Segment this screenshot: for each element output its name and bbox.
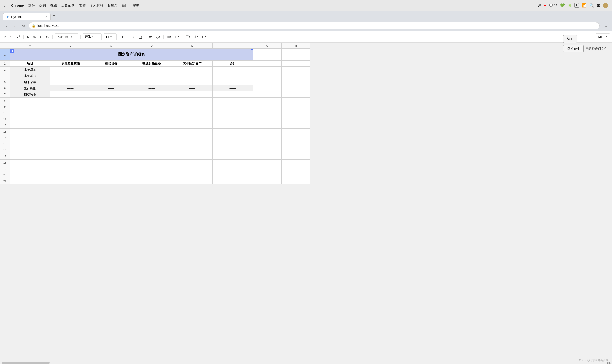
menu-window[interactable]: 窗口: [122, 3, 128, 8]
address-bar[interactable]: 🔒 localhost:8081: [29, 22, 599, 29]
choose-file-btn[interactable]: 选择文件: [563, 45, 584, 52]
col-header-e[interactable]: E: [172, 43, 212, 49]
font-color-btn[interactable]: A ▾: [147, 33, 154, 41]
font-size-dropdown[interactable]: 14 ▾: [103, 33, 117, 40]
row-num-8[interactable]: 8: [0, 98, 10, 104]
cell-4f[interactable]: [212, 73, 253, 79]
scroll-right-arrow[interactable]: ▶: [609, 361, 611, 364]
cell-3d[interactable]: [131, 67, 172, 73]
forward-btn[interactable]: ›: [12, 22, 18, 29]
row-num-1[interactable]: 1: [0, 49, 10, 61]
row-num-7[interactable]: 7: [0, 91, 10, 98]
cell-3e[interactable]: [172, 67, 212, 73]
cell-2d[interactable]: 交通运输设备: [131, 61, 172, 67]
cell-2a[interactable]: 项目: [10, 61, 50, 67]
cell-3b[interactable]: [50, 67, 91, 73]
cell-6b[interactable]: ——: [50, 85, 91, 91]
title-cell[interactable]: 6 固定资产详细表: [10, 49, 253, 61]
cell-4g[interactable]: [253, 73, 282, 79]
bold-btn[interactable]: B: [121, 33, 126, 41]
cell-7f[interactable]: [212, 91, 253, 98]
extensions-btn[interactable]: ⊕: [602, 22, 609, 29]
cell-6g[interactable]: [253, 85, 282, 91]
format-type-dropdown[interactable]: Plain text ▾: [55, 33, 79, 40]
cell-4a[interactable]: 本年减少: [10, 73, 50, 79]
cell-2e[interactable]: 其他固定资产: [172, 61, 212, 67]
cell-7a[interactable]: 期初数据: [10, 91, 50, 98]
new-tab-btn[interactable]: +: [53, 13, 55, 19]
cell-6c[interactable]: ——: [91, 85, 131, 91]
cell-6a[interactable]: 累计折旧: [10, 85, 50, 91]
undo-btn[interactable]: ↩: [2, 33, 8, 41]
cell-6f[interactable]: ——: [212, 85, 253, 91]
cell-1g[interactable]: [253, 49, 282, 61]
font-family-dropdown[interactable]: 宋体 ▾: [83, 33, 102, 40]
col-header-c[interactable]: C: [91, 43, 131, 49]
cell-6h[interactable]: [282, 85, 310, 91]
cell-5a[interactable]: 期末余额: [10, 79, 50, 85]
text-wrap-btn[interactable]: ↵ ▾: [200, 33, 207, 41]
row-num-5[interactable]: 5: [0, 79, 10, 85]
row-num-13[interactable]: 13: [0, 129, 10, 135]
row-num-11[interactable]: 11: [0, 116, 10, 122]
decimal-dec-btn[interactable]: .0: [38, 33, 43, 41]
merge-btn[interactable]: ⊡ ▾: [173, 33, 180, 41]
row-num-21[interactable]: 21: [0, 178, 10, 184]
cell-4h[interactable]: [282, 73, 310, 79]
row-num-16[interactable]: 16: [0, 147, 10, 153]
col-header-a[interactable]: A: [10, 43, 50, 49]
search-icon[interactable]: 🔍: [589, 3, 594, 8]
add-btn[interactable]: 添加: [563, 35, 577, 43]
menu-profile[interactable]: 个人资料: [90, 3, 103, 8]
row-num-15[interactable]: 15: [0, 141, 10, 147]
yuan-btn[interactable]: ¥: [26, 33, 30, 41]
menu-file[interactable]: 文件: [28, 3, 35, 8]
cell-2h[interactable]: [282, 61, 310, 67]
horizontal-scrollbar[interactable]: ◀ ▶: [0, 361, 612, 364]
row-num-10[interactable]: 10: [0, 110, 10, 116]
menu-bookmarks[interactable]: 书签: [79, 3, 86, 8]
cell-4e[interactable]: [172, 73, 212, 79]
cell-3c[interactable]: [91, 67, 131, 73]
menu-help[interactable]: 帮助: [133, 3, 139, 8]
row-num-20[interactable]: 20: [0, 172, 10, 178]
cell-6d[interactable]: ——: [131, 85, 172, 91]
format-painter-btn[interactable]: 🖌: [15, 33, 21, 41]
row-num-3[interactable]: 3: [0, 67, 10, 73]
cell-6e[interactable]: ——: [172, 85, 212, 91]
cell-4d[interactable]: [131, 73, 172, 79]
cell-2f[interactable]: 合计: [212, 61, 253, 67]
italic-btn[interactable]: I: [127, 33, 131, 41]
cell-3f[interactable]: [212, 67, 253, 73]
row-num-19[interactable]: 19: [0, 166, 10, 172]
cell-5e[interactable]: [172, 79, 212, 85]
cell-7d[interactable]: [131, 91, 172, 98]
cell-7g[interactable]: [253, 91, 282, 98]
cell-7h[interactable]: [282, 91, 310, 98]
col-header-f[interactable]: F: [212, 43, 253, 49]
col-header-h[interactable]: H: [282, 43, 310, 49]
cell-4b[interactable]: [50, 73, 91, 79]
row-num-6[interactable]: 6: [0, 85, 10, 91]
row-num-17[interactable]: 17: [0, 153, 10, 160]
cell-2b[interactable]: 房屋及建筑物: [50, 61, 91, 67]
col-header-d[interactable]: D: [131, 43, 172, 49]
cell-7b[interactable]: [50, 91, 91, 98]
redo-btn[interactable]: ↪: [9, 33, 14, 41]
cell-5c[interactable]: [91, 79, 131, 85]
reload-btn[interactable]: ↻: [20, 22, 27, 29]
row-num-4[interactable]: 4: [0, 73, 10, 79]
percent-btn[interactable]: %: [31, 33, 37, 41]
menu-view[interactable]: 视图: [50, 3, 57, 8]
cell-2g[interactable]: [253, 61, 282, 67]
cell-7c[interactable]: [91, 91, 131, 98]
menu-tabs[interactable]: 标签页: [108, 3, 118, 8]
row-num-2[interactable]: 2: [0, 61, 10, 67]
h-scroll-thumb[interactable]: [2, 362, 50, 364]
cell-3a[interactable]: 本年增加: [10, 67, 50, 73]
sheet-scroll[interactable]: A B C D E F G H 1 6 固定资产详细表: [0, 43, 612, 361]
underline-btn[interactable]: U: [138, 33, 143, 41]
menu-history[interactable]: 历史记录: [61, 3, 75, 8]
menu-edit[interactable]: 编辑: [39, 3, 46, 8]
cell-5b[interactable]: [50, 79, 91, 85]
